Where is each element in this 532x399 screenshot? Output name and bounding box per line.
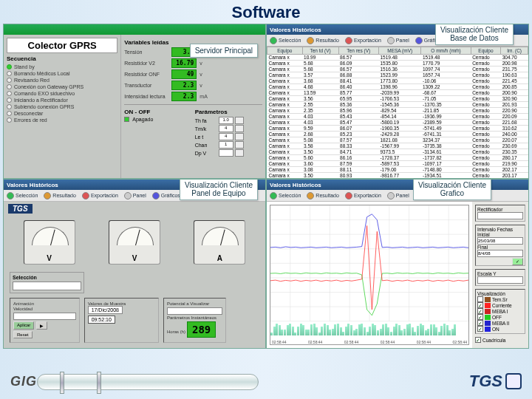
table-row[interactable]: Camara x3.6087.59-5897.53-1097.17Cerrado… <box>267 161 528 167</box>
titlebar-gprs <box>4 24 265 35</box>
seq-item: Desconectar <box>7 110 117 117</box>
table-row[interactable]: Camara x2.6885.23-2429.28-6741.31Cerrado… <box>267 132 528 137</box>
panel-brand: TGS <box>8 204 33 214</box>
btn-play[interactable]: ▶ <box>36 321 47 330</box>
db-window-title: Valores Históricos <box>270 27 321 33</box>
toolbar-icon <box>387 192 395 200</box>
chart-cuadricula-check[interactable] <box>475 337 481 343</box>
chart-window-title: Valores Históricos <box>270 182 321 188</box>
chart-xtick: 02:58:44 <box>417 340 431 344</box>
table-row[interactable]: Camara x10.9986.571519.481519.48Cerrado3… <box>267 55 528 61</box>
param-row: Dp V <box>195 149 262 157</box>
table-row[interactable]: Camara x2.3585.96-829.54-211.85Cerrado22… <box>267 108 528 114</box>
table-row[interactable]: Camara x4.0385.43-854.14-1936.99Cerrado2… <box>267 114 528 120</box>
table-header: Ten res (V) <box>338 47 378 55</box>
table-header: Ten td (V) <box>302 47 338 55</box>
toolbar-item-gráficos[interactable]: Gráficos <box>152 192 180 200</box>
chart-vis-label: Visualización <box>477 291 505 296</box>
seq-item: Iniciando a Rectificador <box>7 97 117 103</box>
tgs-logo-icon <box>505 373 522 389</box>
table-row[interactable]: Camara x4.0385.47-5800.19-2389.59Cerrado… <box>267 120 528 126</box>
chart-final-input[interactable] <box>477 250 523 257</box>
seq-item: Errores de red <box>7 117 117 123</box>
toolbar-item-exportación[interactable]: Exportación <box>82 192 118 200</box>
toolbar-icon <box>124 192 132 200</box>
toolbar-item-resultado[interactable]: Resultado <box>307 37 339 44</box>
panel-date: 17/Dic/2008 <box>88 306 123 314</box>
table-header: Equipo <box>471 47 501 55</box>
toolbar-icon <box>152 192 160 200</box>
chart-escala-input[interactable] <box>477 276 523 284</box>
toolbar-item-selección[interactable]: Selección <box>270 192 301 200</box>
param-row: Tm/k4 <box>195 125 262 132</box>
table-row[interactable]: Camara x4.6886.401398.961309.22Cerrado20… <box>267 84 528 90</box>
toolbar-icon <box>7 192 14 200</box>
gauge: A <box>194 220 245 265</box>
toolbar-icon <box>82 192 89 200</box>
toolbar-item-panel[interactable]: Panel <box>387 37 409 44</box>
table-row[interactable]: Camara x5.6086.16-1728.37-1737.82Cerrado… <box>267 155 528 161</box>
legend-item[interactable]: Tem.Sr <box>477 296 523 302</box>
toolbar-item-exportación[interactable]: Exportación <box>345 192 381 200</box>
chart-rect-select[interactable] <box>477 212 523 219</box>
panel-pot-dropdown[interactable] <box>167 307 222 315</box>
onoff-label: ON - OFF <box>124 109 191 115</box>
table-row[interactable]: Camara x5.0887.571821.083234.37Cerrado22… <box>267 137 528 143</box>
seq-item: Subiendo conexión GPRS <box>7 103 117 110</box>
toolbar-icon <box>44 192 51 200</box>
legend-item[interactable]: OFF <box>477 314 523 320</box>
btn-aplicar[interactable]: Aplicar <box>13 321 34 330</box>
onoff-item: Apagado <box>132 117 153 122</box>
toolbar-item-selección[interactable]: Selección <box>270 37 301 44</box>
btn-reset[interactable]: Reset <box>13 331 33 338</box>
table-row[interactable]: Camara x5.6886.571516.361097.74Cerrado23… <box>267 66 528 72</box>
var-row: Transductor2.3v <box>124 81 262 90</box>
param-row: Th fa1.0 <box>195 117 262 124</box>
chart-escala-label: Escala Y <box>477 271 497 276</box>
chart-plot-area: 02:58:4402:58:4402:58:4402:58:4402:58:44… <box>270 205 469 345</box>
table-row[interactable]: Camara x3.5665.95-1706.53-71.05Cerrado32… <box>267 96 528 102</box>
panel-seleccion: Selección <box>13 275 81 280</box>
legend-item[interactable]: MEBA II <box>477 320 523 326</box>
toolbar-icon <box>270 192 277 200</box>
var-row: Intensidad lectura2.3mA <box>124 92 262 101</box>
table-row[interactable]: Camara x3.5888.33-1567.99-3735.38Cerrado… <box>267 143 528 149</box>
param-row: Chan1 <box>195 141 262 149</box>
toolbar-icon <box>345 37 352 44</box>
table-header: MESA (mV) <box>378 47 421 55</box>
db-table: EquipoTen td (V)Ten res (V)MESA (mV)O mm… <box>267 47 528 178</box>
gauge: V <box>24 220 75 265</box>
callout-db: Visualización ClienteBase de Datos <box>435 24 514 45</box>
legend-item[interactable]: MEBA I <box>477 308 523 314</box>
toolbar-item-resultado[interactable]: Resultado <box>44 192 76 200</box>
toolbar-item-exportación[interactable]: Exportación <box>345 37 381 44</box>
toolbar-item-panel[interactable]: Panel <box>124 192 146 200</box>
table-row[interactable]: Camara x3.6888.411773.80-10.06Cerrado221… <box>267 78 528 84</box>
table-row[interactable]: Camara x9.5986.07-1900.35-5741.49Cerrado… <box>267 126 528 132</box>
table-row[interactable]: Camara x5.6886.091535.801770.79Cerrado20… <box>267 61 528 66</box>
quad-grid: Servidor Principal Colector GPRS Secuenc… <box>0 22 532 349</box>
panel-window-title: Valores Históricos <box>7 182 58 188</box>
chart-intervalo-label: Intervalo Fechas <box>477 227 513 232</box>
toolbar-icon <box>415 37 423 44</box>
legend-item[interactable]: Corriente <box>477 302 523 308</box>
panel-seleccion-dropdown[interactable] <box>13 282 81 290</box>
table-row[interactable]: Camara x3.5786.881523.991657.74Cerrado19… <box>267 72 528 78</box>
table-row[interactable]: Camara x2.5585.36-1545.36-1370.35Cerrado… <box>267 102 528 108</box>
table-row[interactable]: Camara x3.5080.93-9816.77-1934.51Cerrado… <box>267 173 528 179</box>
legend-item[interactable]: ON <box>477 326 523 332</box>
gprs-sec-label: Secuencia <box>7 55 117 62</box>
chart-inicial-input[interactable] <box>477 237 523 245</box>
window-chart: Valores Históricos Visualización Cliente… <box>266 179 529 349</box>
panel-velocidad: Velocidad <box>13 307 33 311</box>
param-row: Le t4 <box>195 133 262 140</box>
panel-vel-dropdown[interactable] <box>13 313 76 320</box>
footer-pipe <box>37 374 259 390</box>
chart-apply-button[interactable]: ✓ <box>512 258 523 265</box>
toolbar-item-selección[interactable]: Selección <box>7 192 38 200</box>
table-row[interactable]: Camara x13.5985.77-2039.99-68.67Cerrado2… <box>267 90 528 96</box>
toolbar-item-resultado[interactable]: Resultado <box>307 192 339 200</box>
toolbar-item-panel[interactable]: Panel <box>387 192 409 200</box>
table-row[interactable]: Camara x3.5084.719373.5-3134.61Cerrado23… <box>267 149 528 155</box>
table-row[interactable]: Camara x3.0888.11-179.00-7148.80Cerrado2… <box>267 167 528 173</box>
